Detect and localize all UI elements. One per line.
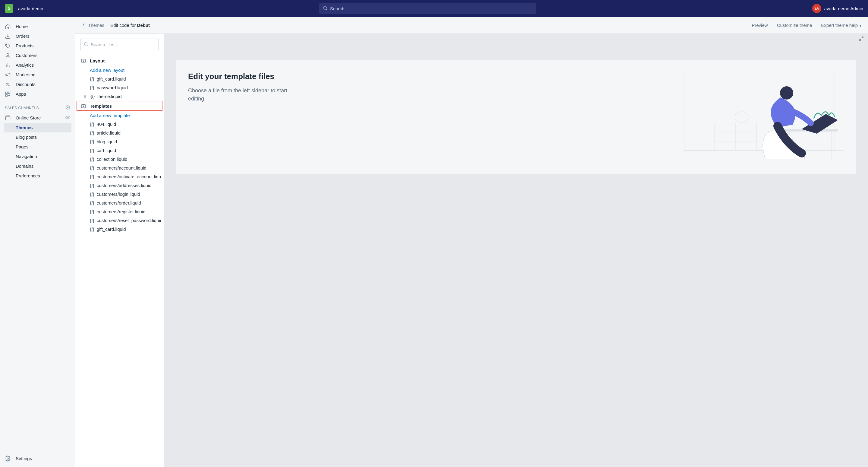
global-search[interactable] [319, 3, 536, 14]
file-row[interactable]: {/}customers/login.liquid [78, 190, 161, 199]
back-to-themes[interactable]: Themes [82, 22, 104, 28]
subnav-item-domains[interactable]: Domains [0, 162, 75, 171]
svg-point-21 [7, 458, 9, 460]
sidebar-item-apps[interactable]: Apps [0, 89, 75, 99]
liquid-icon: {/} [90, 122, 94, 127]
svg-rect-19 [6, 117, 10, 120]
apps-icon [5, 91, 11, 97]
sidebar-item-label: Products [16, 43, 33, 49]
sidebar-item-label: Orders [16, 33, 30, 39]
subnav-item-blog-posts[interactable]: Blog posts [0, 133, 75, 142]
subnav-item-themes[interactable]: Themes [4, 123, 71, 133]
file-row[interactable]: {/}customers/register.liquid [78, 207, 161, 216]
expand-icon[interactable] [859, 36, 864, 42]
title-theme-name: Debut [137, 23, 150, 28]
subnav-item-navigation[interactable]: Navigation [0, 152, 75, 162]
svg-line-26 [862, 37, 863, 38]
expert-help-link[interactable]: Expert theme help▼ [821, 23, 862, 28]
liquid-icon: {/} [90, 174, 94, 179]
file-name: customers/addresses.liquid [97, 183, 152, 188]
sidebar-item-marketing[interactable]: Marketing [0, 70, 75, 80]
eye-icon[interactable] [65, 115, 70, 121]
file-group-layout[interactable]: Layout [78, 56, 161, 66]
search-icon [84, 41, 88, 47]
orders-icon [5, 33, 11, 39]
empty-state-illustration [675, 72, 844, 162]
liquid-icon: {/} [90, 148, 94, 153]
subnav-item-pages[interactable]: Pages [0, 142, 75, 152]
file-row[interactable]: {/}blog.liquid [78, 137, 161, 146]
preview-link[interactable]: Preview [752, 23, 768, 28]
file-row[interactable]: {/}404.liquid [78, 120, 161, 128]
add-layout-link[interactable]: Add a new layout [78, 66, 161, 75]
customize-link[interactable]: Customize theme [777, 23, 812, 28]
file-name: collection.liquid [97, 156, 127, 162]
sidebar-item-settings[interactable]: Settings [0, 454, 75, 463]
svg-rect-12 [8, 92, 10, 94]
file-row[interactable]: {/}customers/reset_password.liquid [78, 216, 161, 225]
file-row[interactable]: {/}article.liquid [78, 128, 161, 137]
content: Themes Edit code for Debut Preview Custo… [75, 17, 868, 467]
sidebar-item-orders[interactable]: Orders [0, 31, 75, 41]
customers-icon [5, 53, 11, 59]
file-search[interactable] [80, 39, 159, 50]
add-templates-link[interactable]: Add a new template [78, 111, 161, 120]
file-name: gift_card.liquid [97, 76, 126, 82]
liquid-icon: {/} [90, 218, 94, 223]
svg-rect-13 [6, 95, 7, 96]
file-row[interactable]: {/}theme.liquid [78, 92, 161, 101]
svg-point-22 [84, 42, 87, 45]
file-name: customers/order.liquid [97, 200, 141, 205]
liquid-icon: {/} [90, 94, 95, 99]
file-name: gift_card.liquid [97, 227, 126, 232]
sidebar-item-products[interactable]: Products [0, 41, 75, 51]
file-row[interactable]: {/}collection.liquid [78, 155, 161, 164]
gear-icon [5, 456, 11, 462]
products-icon [5, 43, 11, 49]
global-search-input[interactable] [330, 6, 532, 11]
file-group-templates[interactable]: Templates [76, 101, 162, 111]
liquid-icon: {/} [90, 183, 94, 188]
subnav-item-preferences[interactable]: Preferences [0, 171, 75, 181]
file-row[interactable]: {/}customers/activate_account.liquid [78, 172, 161, 181]
home-icon [5, 24, 11, 30]
file-row[interactable]: {/}cart.liquid [78, 146, 161, 155]
avatar: aA [812, 4, 821, 13]
file-row[interactable]: {/}password.liquid [78, 83, 161, 92]
sidebar-item-analytics[interactable]: Analytics [0, 60, 75, 70]
profile-menu[interactable]: aA avada-demo Admin [812, 4, 863, 13]
empty-state-heading: Edit your template files [188, 72, 303, 81]
file-row[interactable]: {/}customers/order.liquid [78, 199, 161, 207]
empty-state-body: Choose a file from the left sidebar to s… [188, 87, 303, 103]
svg-point-39 [735, 112, 748, 122]
file-name: customers/register.liquid [97, 209, 146, 214]
sidebar-item-discounts[interactable]: Discounts [0, 80, 75, 89]
sidebar-item-label: Customers [16, 53, 38, 59]
sidebar-item-label: Home [16, 24, 28, 30]
file-row[interactable]: {/}gift_card.liquid [78, 225, 161, 233]
file-search-input[interactable] [91, 42, 156, 47]
folder-icon [81, 58, 86, 63]
liquid-icon: {/} [90, 201, 94, 205]
discounts-icon [5, 82, 11, 87]
file-row[interactable]: {/}customers/account.liquid [78, 164, 161, 172]
expert-help-label: Expert theme help [821, 23, 858, 28]
add-channel-icon[interactable] [65, 105, 70, 111]
file-name: customers/login.liquid [97, 192, 140, 197]
svg-line-1 [326, 9, 327, 10]
file-row[interactable]: {/}gift_card.liquid [78, 75, 161, 83]
svg-rect-11 [6, 92, 7, 94]
file-row[interactable]: {/}customers/addresses.liquid [78, 181, 161, 190]
sidebar-item-home[interactable]: Home [0, 22, 75, 31]
svg-point-8 [6, 83, 7, 84]
sidebar-item-customers[interactable]: Customers [0, 51, 75, 60]
shopify-logo-icon [5, 4, 13, 13]
liquid-icon: {/} [90, 227, 94, 232]
admin-name: avada-demo Admin [824, 6, 863, 11]
sidebar-item-online-store[interactable]: Online Store [0, 113, 75, 123]
file-name: theme.liquid [97, 94, 122, 99]
store-icon [5, 115, 11, 121]
analytics-icon [5, 62, 11, 68]
file-rail: LayoutAdd a new layout{/}gift_card.liqui… [75, 34, 164, 467]
liquid-icon: {/} [90, 130, 94, 136]
